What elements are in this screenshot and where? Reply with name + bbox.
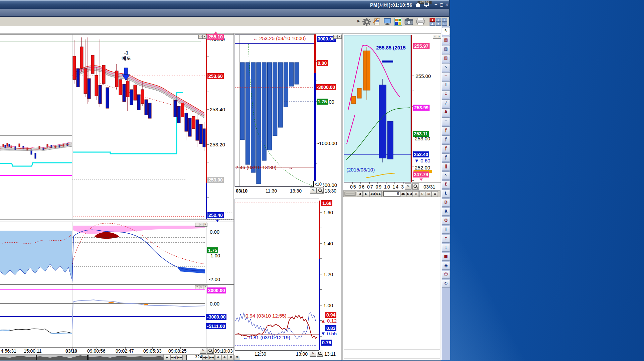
last-price-label: 255.10: [207, 34, 224, 40]
chart-tool-button[interactable]: ⊞: [228, 355, 234, 360]
drawing-tool-button[interactable]: ▦: [442, 36, 450, 44]
chart-tool-button[interactable]: ⊠: [432, 191, 438, 197]
nav-button[interactable]: ▶: [164, 355, 170, 360]
nav-button[interactable]: ▶▶: [177, 355, 183, 360]
drawing-tool-button[interactable]: ∿: [442, 63, 450, 71]
chart-nav-buttons: ◀▶◀◀▶▶: [357, 191, 382, 197]
nav-button[interactable]: ▶: [363, 191, 369, 197]
nav-button[interactable]: ◀◀: [369, 191, 375, 197]
drawing-tool-button[interactable]: ƒ: [442, 144, 450, 152]
chart-tool-buttons: ◀▶▶◀⊕⊖⊞⊠: [400, 191, 438, 197]
drawing-tool-button[interactable]: ƒ: [442, 135, 450, 143]
osc1-close-box[interactable]: ✕: [203, 223, 207, 227]
chart-tool-button[interactable]: ⊞: [426, 191, 432, 197]
drawing-tool-button[interactable]: ■: [442, 253, 450, 261]
down-triangle-icon: [420, 178, 423, 181]
level-line-label: 2.46 (03/10 13:30): [235, 164, 277, 170]
drawing-tool-button[interactable]: Q: [442, 217, 450, 225]
drawing-tool-button[interactable]: L: [442, 190, 450, 198]
delta-up-label: ▲ 0.12: [321, 318, 337, 324]
drawing-tool-button[interactable]: ƒ: [442, 126, 450, 134]
drawing-tool-button[interactable]: ∿: [442, 171, 450, 179]
bar-count-input[interactable]: [186, 355, 203, 360]
chart-tool-button[interactable]: ⊕: [413, 191, 419, 197]
daily-date-label: (2015/03/10): [346, 167, 375, 172]
sell-annotation: -1매도: [116, 50, 136, 61]
tick-label: 1.40: [323, 241, 333, 246]
time-tick: 11:30: [266, 188, 277, 194]
drawing-tool-button[interactable]: A: [442, 108, 450, 116]
chart-tool-button[interactable]: ▶◀: [209, 355, 215, 360]
tick-label: 1.60: [323, 210, 333, 215]
chart-tool-button[interactable]: ◀▶: [202, 355, 208, 360]
nav-button[interactable]: ◀: [357, 191, 363, 197]
tick-label: 253.40: [210, 107, 225, 112]
time-tick: 4:56:31: [1, 348, 16, 354]
marker-label: 247.79: [413, 171, 429, 177]
drawing-tool-button[interactable]: ◉: [442, 262, 450, 270]
draw-icon[interactable]: ✎: [310, 188, 317, 194]
drawing-tool-button[interactable]: ↕: [442, 90, 450, 98]
zoom-icon[interactable]: [207, 348, 214, 354]
drawing-tool-button[interactable]: R: [442, 208, 450, 216]
right-arrow-icon: →: [287, 314, 292, 319]
tick-label: -2.00: [209, 276, 220, 282]
chart-tool-button[interactable]: ▶◀: [407, 191, 413, 197]
drawing-tool-button[interactable]: ∥: [442, 162, 450, 170]
marker-label: -3000.00: [316, 84, 336, 90]
volume-bar: [284, 63, 288, 107]
pane-menu-box[interactable]: ▾: [202, 35, 207, 39]
pane-menu-box[interactable]: ▾: [337, 35, 342, 39]
time-tick: 15:00:11: [24, 348, 41, 354]
cursor-time: 13:30: [325, 188, 336, 194]
volume-bar: [278, 63, 283, 127]
drawing-tool-button[interactable]: D: [442, 199, 450, 207]
end-date: 03/31: [424, 184, 435, 190]
drawing-tool-button[interactable]: ☺: [442, 271, 450, 279]
osc2-close-box[interactable]: ✕: [203, 285, 207, 289]
zoom-icon[interactable]: [317, 351, 323, 357]
volume-bar: [273, 63, 277, 136]
nav-button[interactable]: ◀◀: [170, 355, 176, 360]
chart-tool-button[interactable]: ⊠: [234, 355, 240, 360]
drawing-tool-button[interactable]: ↑: [442, 235, 450, 243]
marker-label: 253.11: [413, 131, 429, 137]
drawing-tool-button[interactable]: ƒ: [442, 153, 450, 161]
chart-tool-button[interactable]: ◀▶: [400, 191, 406, 197]
tick-label: -1000.00: [317, 140, 337, 146]
drawing-tool-button[interactable]: ≡: [442, 117, 450, 125]
draw-icon[interactable]: ✎: [405, 184, 412, 190]
chart-tool-button[interactable]: ⊖: [221, 355, 227, 360]
osc2-marker: 3000.00: [207, 287, 226, 293]
time-tick: 13:30: [290, 188, 302, 194]
draw-icon[interactable]: ✎: [200, 348, 206, 354]
zoom-icon[interactable]: [317, 188, 324, 194]
drawing-tool-button[interactable]: E: [442, 180, 450, 189]
time-tick: 03/10: [65, 348, 77, 354]
marker-label: 3000.00: [317, 36, 336, 42]
zoom-icon[interactable]: [412, 184, 419, 190]
draw-icon[interactable]: ✎: [310, 351, 316, 357]
drawing-tool-button[interactable]: T: [442, 226, 450, 234]
chart-tool-button[interactable]: ⊕: [215, 355, 221, 360]
osc1-marker: 1.75: [207, 247, 218, 253]
tick-label: 0.00: [210, 301, 219, 307]
time-tick: 09:02:47: [116, 348, 134, 354]
drawing-tool-button[interactable]: ↖: [442, 27, 450, 35]
bar-count-input[interactable]: [383, 191, 400, 197]
tick-label: 255.00: [416, 73, 431, 79]
pane-menu-box[interactable]: ▾: [437, 35, 441, 39]
osc2-marker: -3000.00: [206, 314, 226, 320]
time-tick: 12:30: [255, 351, 266, 357]
chart-tool-button[interactable]: ⊖: [419, 191, 425, 197]
drawing-tool-button[interactable]: ▧: [442, 45, 450, 53]
drawing-tool-button[interactable]: ╱: [442, 99, 450, 107]
drawing-tool-button[interactable]: ①: [442, 280, 450, 288]
drawing-tool-button[interactable]: ↓: [442, 244, 450, 252]
drawing-tool-button[interactable]: ─: [442, 72, 450, 80]
time-tick: 09:05:33: [143, 348, 162, 354]
nav-button[interactable]: ▶▶: [376, 191, 382, 197]
drawing-tool-button[interactable]: ▨: [442, 54, 450, 62]
drawing-tool-button[interactable]: I: [442, 81, 450, 89]
marker-label: 0.00: [317, 60, 328, 66]
